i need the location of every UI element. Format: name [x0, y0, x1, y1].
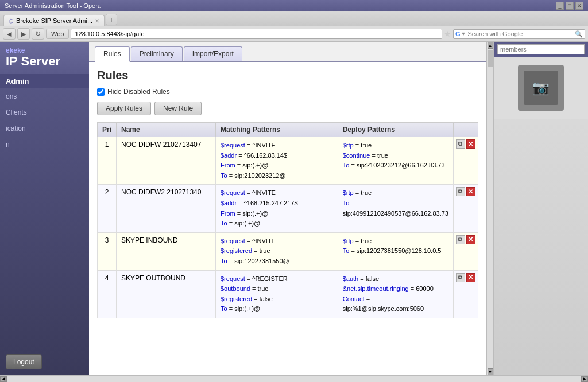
copy-rule-button[interactable]: ⧉: [456, 139, 465, 149]
bookmark-star-icon[interactable]: ★: [444, 29, 451, 38]
url-input[interactable]: [71, 29, 442, 39]
tab-favicon: ⬡: [9, 18, 14, 24]
search-box: G ▼ 🔍: [453, 29, 585, 39]
cell-name: SKYPE OUTBOUND: [117, 270, 216, 318]
cell-name: NOC DIDFW2 210271340: [117, 185, 216, 232]
search-input[interactable]: [467, 30, 573, 37]
sidebar-item-label: ication: [6, 124, 26, 132]
back-button[interactable]: ◀: [3, 28, 16, 40]
cell-matching: $request = ^REGISTER $outbound = true $r…: [216, 270, 338, 318]
scroll-thumb[interactable]: [488, 50, 493, 67]
right-panel-image: 📷: [518, 65, 564, 111]
copy-rule-button[interactable]: ⧉: [456, 235, 465, 244]
logo-bottom: IP Server: [6, 54, 83, 68]
search-go-icon[interactable]: 🔍: [575, 30, 583, 38]
hide-disabled-label: Hide Disabled Rules: [107, 88, 170, 96]
logo-top: ekeke: [6, 46, 83, 54]
sidebar-item-label: n: [6, 141, 10, 149]
logout-button[interactable]: Logout: [6, 354, 42, 369]
horizontal-scrollbar[interactable]: ◀ ▶: [0, 375, 588, 382]
tab-close-icon[interactable]: ✕: [95, 18, 99, 24]
cell-pri: 4: [98, 270, 117, 318]
cell-pri: 3: [98, 232, 117, 270]
browser-tab-label: Brekeke SIP Server Admi...: [16, 17, 92, 24]
window-title: Server Administration Tool - Opera: [5, 2, 101, 9]
cell-actions: ⧉ ✕: [453, 270, 478, 318]
cell-name: NOC DIDFW 2102713407: [117, 137, 216, 185]
delete-rule-button[interactable]: ✕: [466, 273, 475, 282]
sidebar: ekeke IP Server ↻ Admin ons Clients icat…: [0, 42, 89, 375]
sidebar-item-ication[interactable]: ication: [0, 120, 89, 137]
page-content: Rules Preliminary Import/Export Rules Hi…: [89, 42, 486, 375]
close-button[interactable]: ✕: [575, 2, 583, 10]
cell-pri: 2: [98, 185, 117, 232]
table-row: 3 SKYPE INBOUND $request = ^INVITE $regi…: [98, 232, 478, 270]
rules-table: Pri Name Matching Patterns Deploy Patter…: [97, 122, 478, 318]
hide-disabled-row: Hide Disabled Rules: [97, 88, 478, 96]
hide-disabled-checkbox[interactable]: [97, 88, 105, 96]
maximize-button[interactable]: □: [566, 2, 574, 10]
copy-rule-button[interactable]: ⧉: [456, 273, 465, 282]
cell-name: SKYPE INBOUND: [117, 232, 216, 270]
apply-rules-button[interactable]: Apply Rules: [97, 102, 151, 115]
minimize-button[interactable]: _: [556, 2, 564, 10]
browser-tab-bar: ⬡ Brekeke SIP Server Admi... ✕ +: [0, 11, 588, 26]
copy-rule-button[interactable]: ⧉: [456, 187, 465, 196]
refresh-button[interactable]: ↻: [32, 28, 44, 40]
cell-deploy: $auth = false &net.sip.timeout.ringing =…: [338, 270, 453, 318]
col-header-pri: Pri: [98, 123, 117, 137]
table-row: 4 SKYPE OUTBOUND $request = ^REGISTER $o…: [98, 270, 478, 318]
web-button[interactable]: Web: [46, 29, 69, 39]
cell-actions: ⧉ ✕: [453, 137, 478, 185]
forward-button[interactable]: ▶: [17, 28, 30, 40]
page-tabs: Rules Preliminary Import/Export: [89, 42, 486, 62]
window-controls: _ □ ✕: [556, 2, 583, 10]
tab-preliminary[interactable]: Preliminary: [131, 46, 183, 61]
cell-deploy: $rtp = true To = sip:409912102490537@66.…: [338, 185, 453, 232]
scroll-left-button[interactable]: ◀: [0, 376, 7, 382]
tab-import-export[interactable]: Import/Export: [184, 46, 242, 61]
sidebar-item-label: Clients: [6, 108, 27, 116]
cell-actions: ⧉ ✕: [453, 185, 478, 232]
scroll-right-button[interactable]: ▶: [581, 376, 588, 382]
cell-deploy: $rtp = true $continue = true To = sip:21…: [338, 137, 453, 185]
admin-section-header: Admin: [0, 74, 89, 88]
delete-rule-button[interactable]: ✕: [466, 235, 475, 244]
cell-pri: 1: [98, 137, 117, 185]
right-panel-search-bar: [494, 42, 588, 57]
col-header-deploy: Deploy Patterns: [338, 123, 453, 137]
google-logo: G ▼: [455, 30, 466, 37]
cell-matching: $request = ^INVITE $addr = ^168.215.247.…: [216, 185, 338, 232]
table-row: 1 NOC DIDFW 2102713407 $request = ^INVIT…: [98, 137, 478, 185]
col-header-actions: [453, 123, 478, 137]
sidebar-item-label: ons: [6, 92, 17, 100]
cell-matching: $request = ^INVITE $addr = ^66.162.83.14…: [216, 137, 338, 185]
tab-rules[interactable]: Rules: [95, 46, 130, 62]
browser-tab-main[interactable]: ⬡ Brekeke SIP Server Admi... ✕: [3, 15, 105, 26]
tab-import-export-label: Import/Export: [192, 50, 234, 58]
tab-rules-label: Rules: [103, 50, 121, 58]
cell-matching: $request = ^INVITE $registered = true To…: [216, 232, 338, 270]
action-buttons: Apply Rules New Rule: [97, 102, 478, 115]
new-tab-button[interactable]: +: [106, 14, 117, 25]
address-bar: ◀ ▶ ↻ Web ★ G ▼ 🔍: [0, 26, 588, 42]
delete-rule-button[interactable]: ✕: [466, 187, 475, 196]
sidebar-item-n[interactable]: n: [0, 137, 89, 153]
scroll-down-button[interactable]: ▼: [488, 368, 493, 375]
cell-actions: ⧉ ✕: [453, 232, 478, 270]
rules-section: Rules Hide Disabled Rules Apply Rules Ne…: [89, 62, 486, 325]
scroll-up-button[interactable]: ▲: [488, 42, 493, 49]
sidebar-item-ons[interactable]: ons: [0, 88, 89, 104]
members-search-input[interactable]: [497, 44, 585, 54]
title-bar: Server Administration Tool - Opera _ □ ✕: [0, 0, 588, 11]
cell-deploy: $rtp = true To = sip:12027381550@128.10.…: [338, 232, 453, 270]
sidebar-logo: ekeke IP Server: [0, 42, 89, 74]
col-header-name: Name: [117, 123, 216, 137]
tab-preliminary-label: Preliminary: [140, 50, 174, 58]
right-panel: 📷: [493, 42, 588, 375]
page-title: Rules: [97, 69, 478, 82]
sidebar-item-clients[interactable]: Clients: [0, 104, 89, 120]
delete-rule-button[interactable]: ✕: [466, 139, 475, 149]
new-rule-button[interactable]: New Rule: [154, 102, 202, 115]
vertical-scrollbar[interactable]: ▲ ▼: [486, 42, 493, 375]
